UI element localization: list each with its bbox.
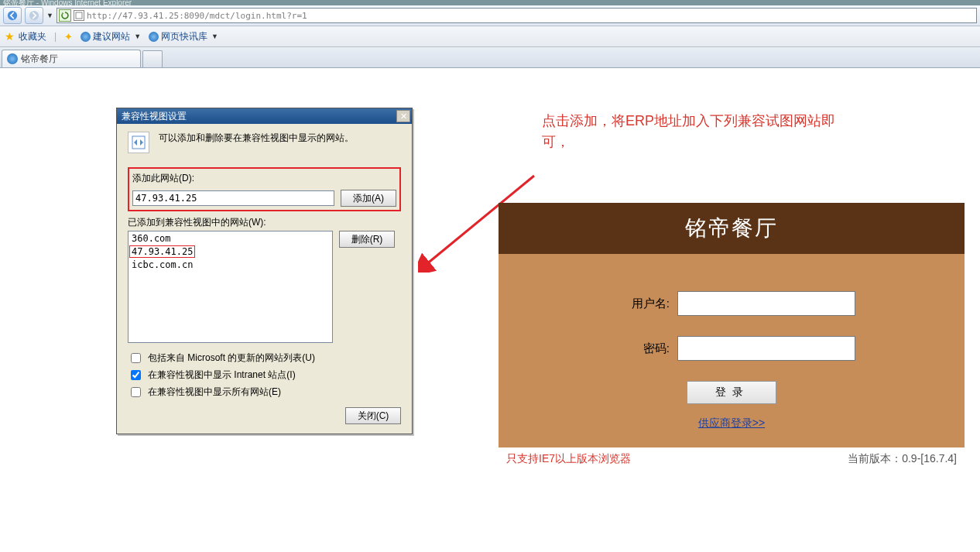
ie-icon	[81, 32, 91, 42]
refresh-compat-icon[interactable]	[59, 9, 71, 22]
checkbox-input[interactable]	[131, 353, 141, 363]
tab-label: 铭帝餐厅	[21, 53, 58, 66]
close-button[interactable]: 关闭(C)	[345, 407, 401, 424]
favorites-button[interactable]: ★ 收藏夹	[5, 30, 46, 43]
add-fav-icon: ✦	[64, 31, 73, 43]
checkbox-label: 包括来自 Microsoft 的更新的网站列表(U)	[148, 351, 315, 365]
tab-strip: 铭帝餐厅	[0, 47, 980, 68]
add-site-label: 添加此网站(D):	[132, 172, 396, 185]
fav-item-feeds[interactable]: 网页快讯库 ▼	[149, 30, 218, 43]
checkbox-label: 在兼容性视图中显示所有网站(E)	[148, 386, 281, 399]
nav-dropdown-icon[interactable]: ▼	[46, 12, 53, 19]
compat-view-dialog: 兼容性视图设置 ✕ 可以添加和删除要在兼容性视图中显示的网站。 添加此网站(D)…	[116, 108, 413, 434]
chevron-down-icon: ▼	[134, 33, 141, 40]
annotation-text: 点击添加，将ERP地址加入下列兼容试图网站即可，	[542, 111, 852, 153]
supplier-login-link[interactable]: 供应商登录>>	[698, 417, 765, 430]
page-icon	[74, 10, 84, 21]
star-icon: ★	[5, 30, 15, 43]
fav-item-add[interactable]: ✦	[64, 31, 73, 43]
list-item[interactable]: 360.com	[129, 232, 331, 245]
svg-point-0	[8, 11, 17, 20]
dialog-title: 兼容性视图设置	[122, 110, 187, 123]
login-button[interactable]: 登录	[687, 381, 776, 404]
page-content: 兼容性视图设置 ✕ 可以添加和删除要在兼容性视图中显示的网站。 添加此网站(D)…	[0, 68, 980, 552]
tab-active[interactable]: 铭帝餐厅	[2, 50, 141, 67]
fav-item-label: 网页快讯库	[161, 30, 207, 43]
compat-icon	[128, 132, 149, 153]
url-text[interactable]: http://47.93.41.25:8090/mdct/login.html?…	[87, 11, 975, 21]
checkbox-ms-list[interactable]: 包括来自 Microsoft 的更新的网站列表(U)	[128, 351, 401, 365]
checkbox-input[interactable]	[131, 387, 141, 397]
add-site-input[interactable]	[132, 190, 334, 206]
close-icon: ✕	[400, 111, 407, 122]
username-input[interactable]	[677, 291, 855, 316]
checkbox-intranet[interactable]: 在兼容性视图中显示 Intranet 站点(I)	[128, 368, 401, 382]
forward-button[interactable]	[25, 7, 43, 24]
ie-icon	[7, 53, 18, 64]
svg-rect-2	[76, 12, 82, 19]
back-button[interactable]	[3, 7, 22, 24]
dialog-intro-text: 可以添加和删除要在兼容性视图中显示的网站。	[159, 132, 354, 145]
username-label: 用户名:	[608, 297, 670, 311]
login-title: 铭帝餐厅	[499, 203, 965, 254]
dialog-titlebar: 兼容性视图设置 ✕	[117, 108, 412, 124]
window-title: 铭帝餐厅 - Windows Internet Explorer	[0, 0, 980, 5]
password-input[interactable]	[677, 336, 855, 361]
password-label: 密码:	[608, 341, 670, 356]
fav-item-suggested[interactable]: 建议网站 ▼	[81, 30, 141, 43]
new-tab-button[interactable]	[142, 50, 163, 67]
add-button[interactable]: 添加(A)	[341, 190, 396, 207]
chevron-down-icon: ▼	[211, 33, 218, 40]
dialog-close-button[interactable]: ✕	[396, 110, 410, 122]
checkbox-label: 在兼容性视图中显示 Intranet 站点(I)	[148, 369, 296, 382]
site-list-label: 已添加到兼容性视图中的网站(W):	[128, 216, 401, 229]
svg-point-1	[29, 11, 39, 20]
add-site-highlight: 添加此网站(D): 添加(A)	[128, 167, 401, 211]
checkbox-all-sites[interactable]: 在兼容性视图中显示所有网站(E)	[128, 385, 401, 399]
favorites-label: 收藏夹	[19, 30, 46, 43]
ie-icon	[149, 32, 159, 42]
fav-item-label: 建议网站	[93, 30, 130, 43]
nav-toolbar: ▼ http://47.93.41.25:8090/mdct/login.htm…	[0, 5, 980, 26]
favorites-bar: ★ 收藏夹 | ✦ 建议网站 ▼ 网页快讯库 ▼	[0, 26, 980, 47]
browser-warning: 只支持IE7以上版本浏览器	[506, 452, 631, 466]
remove-button[interactable]: 删除(R)	[339, 231, 395, 248]
address-bar[interactable]: http://47.93.41.25:8090/mdct/login.html?…	[57, 8, 977, 23]
login-panel: 铭帝餐厅 用户名: 密码: 登录 供应商登录>> 只支持IE7以上版本浏览器 当…	[499, 203, 965, 466]
list-item[interactable]: icbc.com.cn	[129, 259, 331, 271]
list-item-highlighted[interactable]: 47.93.41.25	[129, 245, 195, 258]
version-text: 当前版本：0.9-[16.7.4]	[848, 452, 957, 466]
checkbox-input[interactable]	[131, 370, 141, 380]
site-listbox[interactable]: 360.com 47.93.41.25 icbc.com.cn	[128, 231, 333, 343]
